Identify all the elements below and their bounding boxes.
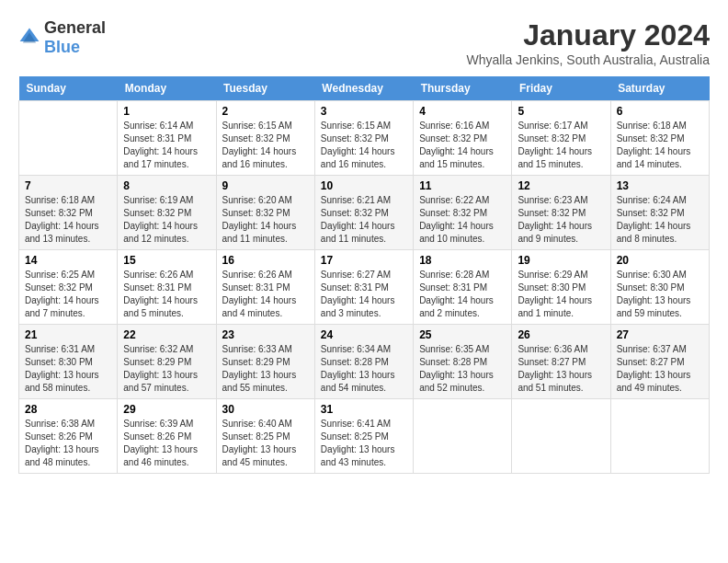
calendar-cell: 3Sunrise: 6:15 AMSunset: 8:32 PMDaylight… <box>314 101 413 176</box>
day-number: 26 <box>518 328 604 341</box>
day-number: 7 <box>25 179 111 192</box>
column-header-sunday: Sunday <box>19 76 118 101</box>
day-number: 5 <box>518 105 604 118</box>
day-number: 9 <box>222 179 309 192</box>
calendar-cell: 22Sunrise: 6:32 AMSunset: 8:29 PMDayligh… <box>118 325 216 399</box>
day-info: Sunrise: 6:30 AMSunset: 8:30 PMDaylight:… <box>617 269 703 320</box>
calendar-cell: 7Sunrise: 6:18 AMSunset: 8:32 PMDaylight… <box>19 176 118 250</box>
day-number: 17 <box>321 254 407 267</box>
day-info: Sunrise: 6:19 AMSunset: 8:32 PMDaylight:… <box>123 194 210 246</box>
calendar-cell <box>610 399 709 474</box>
day-info: Sunrise: 6:37 AMSunset: 8:27 PMDaylight:… <box>617 343 703 395</box>
week-row-5: 28Sunrise: 6:38 AMSunset: 8:26 PMDayligh… <box>19 399 710 474</box>
day-number: 30 <box>222 403 309 416</box>
calendar-cell: 26Sunrise: 6:36 AMSunset: 8:27 PMDayligh… <box>512 325 610 399</box>
day-number: 27 <box>617 328 703 341</box>
page-header: General Blue January 2024 Whyalla Jenkin… <box>18 18 710 67</box>
day-number: 2 <box>222 105 309 118</box>
day-info: Sunrise: 6:15 AMSunset: 8:32 PMDaylight:… <box>222 120 309 171</box>
calendar-cell: 12Sunrise: 6:23 AMSunset: 8:32 PMDayligh… <box>512 176 610 250</box>
day-info: Sunrise: 6:18 AMSunset: 8:32 PMDaylight:… <box>617 120 703 171</box>
day-info: Sunrise: 6:14 AMSunset: 8:31 PMDaylight:… <box>123 120 210 171</box>
week-row-2: 7Sunrise: 6:18 AMSunset: 8:32 PMDaylight… <box>19 176 710 250</box>
calendar-cell: 5Sunrise: 6:17 AMSunset: 8:32 PMDaylight… <box>512 101 610 176</box>
day-info: Sunrise: 6:31 AMSunset: 8:30 PMDaylight:… <box>25 343 111 395</box>
day-number: 8 <box>123 179 210 192</box>
week-row-4: 21Sunrise: 6:31 AMSunset: 8:30 PMDayligh… <box>19 325 710 399</box>
calendar-cell: 6Sunrise: 6:18 AMSunset: 8:32 PMDaylight… <box>610 101 709 176</box>
calendar-cell: 16Sunrise: 6:26 AMSunset: 8:31 PMDayligh… <box>216 250 314 325</box>
calendar-cell: 13Sunrise: 6:24 AMSunset: 8:32 PMDayligh… <box>610 176 709 250</box>
calendar-cell: 24Sunrise: 6:34 AMSunset: 8:28 PMDayligh… <box>314 325 413 399</box>
week-row-1: 1Sunrise: 6:14 AMSunset: 8:31 PMDaylight… <box>19 101 710 176</box>
calendar-cell: 17Sunrise: 6:27 AMSunset: 8:31 PMDayligh… <box>314 250 413 325</box>
day-number: 13 <box>617 179 703 192</box>
day-number: 21 <box>25 328 111 341</box>
calendar-cell: 25Sunrise: 6:35 AMSunset: 8:28 PMDayligh… <box>414 325 512 399</box>
day-info: Sunrise: 6:26 AMSunset: 8:31 PMDaylight:… <box>222 269 309 320</box>
day-info: Sunrise: 6:27 AMSunset: 8:31 PMDaylight:… <box>321 269 407 320</box>
subtitle: Whyalla Jenkins, South Australia, Austra… <box>466 52 710 67</box>
day-info: Sunrise: 6:28 AMSunset: 8:31 PMDaylight:… <box>419 269 506 320</box>
column-header-monday: Monday <box>118 76 216 101</box>
calendar-cell: 9Sunrise: 6:20 AMSunset: 8:32 PMDaylight… <box>216 176 314 250</box>
logo-text-blue: Blue <box>44 38 80 56</box>
calendar-cell: 15Sunrise: 6:26 AMSunset: 8:31 PMDayligh… <box>118 250 216 325</box>
day-number: 14 <box>25 254 111 267</box>
main-title: January 2024 <box>466 18 710 52</box>
day-number: 6 <box>617 105 703 118</box>
calendar-cell: 10Sunrise: 6:21 AMSunset: 8:32 PMDayligh… <box>314 176 413 250</box>
day-number: 28 <box>25 403 111 416</box>
day-info: Sunrise: 6:35 AMSunset: 8:28 PMDaylight:… <box>419 343 506 395</box>
column-header-saturday: Saturday <box>610 76 709 101</box>
calendar-cell: 31Sunrise: 6:41 AMSunset: 8:25 PMDayligh… <box>314 399 413 474</box>
day-info: Sunrise: 6:41 AMSunset: 8:25 PMDaylight:… <box>321 418 407 469</box>
day-info: Sunrise: 6:38 AMSunset: 8:26 PMDaylight:… <box>25 418 111 469</box>
day-info: Sunrise: 6:34 AMSunset: 8:28 PMDaylight:… <box>321 343 407 395</box>
calendar-cell: 19Sunrise: 6:29 AMSunset: 8:30 PMDayligh… <box>512 250 610 325</box>
calendar-cell: 23Sunrise: 6:33 AMSunset: 8:29 PMDayligh… <box>216 325 314 399</box>
calendar-cell: 11Sunrise: 6:22 AMSunset: 8:32 PMDayligh… <box>414 176 512 250</box>
calendar-cell: 8Sunrise: 6:19 AMSunset: 8:32 PMDaylight… <box>118 176 216 250</box>
day-number: 25 <box>419 328 506 341</box>
day-info: Sunrise: 6:16 AMSunset: 8:32 PMDaylight:… <box>419 120 506 171</box>
calendar-cell: 1Sunrise: 6:14 AMSunset: 8:31 PMDaylight… <box>118 101 216 176</box>
day-number: 3 <box>321 105 407 118</box>
calendar-cell: 14Sunrise: 6:25 AMSunset: 8:32 PMDayligh… <box>19 250 118 325</box>
day-info: Sunrise: 6:17 AMSunset: 8:32 PMDaylight:… <box>518 120 604 171</box>
calendar-cell: 18Sunrise: 6:28 AMSunset: 8:31 PMDayligh… <box>414 250 512 325</box>
day-info: Sunrise: 6:25 AMSunset: 8:32 PMDaylight:… <box>25 269 111 320</box>
logo-text-general: General <box>44 18 106 37</box>
day-info: Sunrise: 6:23 AMSunset: 8:32 PMDaylight:… <box>518 194 604 246</box>
day-number: 10 <box>321 179 407 192</box>
day-info: Sunrise: 6:15 AMSunset: 8:32 PMDaylight:… <box>321 120 407 171</box>
calendar-table: SundayMondayTuesdayWednesdayThursdayFrid… <box>18 76 710 474</box>
column-header-thursday: Thursday <box>414 76 512 101</box>
calendar-cell <box>512 399 610 474</box>
day-number: 29 <box>123 403 210 416</box>
day-info: Sunrise: 6:24 AMSunset: 8:32 PMDaylight:… <box>617 194 703 246</box>
calendar-cell: 30Sunrise: 6:40 AMSunset: 8:25 PMDayligh… <box>216 399 314 474</box>
day-number: 11 <box>419 179 506 192</box>
day-number: 31 <box>321 403 407 416</box>
day-number: 22 <box>123 328 210 341</box>
title-block: January 2024 Whyalla Jenkins, South Aust… <box>466 18 710 67</box>
day-info: Sunrise: 6:26 AMSunset: 8:31 PMDaylight:… <box>123 269 210 320</box>
day-info: Sunrise: 6:29 AMSunset: 8:30 PMDaylight:… <box>518 269 604 320</box>
day-info: Sunrise: 6:22 AMSunset: 8:32 PMDaylight:… <box>419 194 506 246</box>
day-info: Sunrise: 6:18 AMSunset: 8:32 PMDaylight:… <box>25 194 111 246</box>
day-number: 18 <box>419 254 506 267</box>
logo: General Blue <box>18 18 106 57</box>
header-row: SundayMondayTuesdayWednesdayThursdayFrid… <box>19 76 710 101</box>
column-header-friday: Friday <box>512 76 610 101</box>
calendar-cell <box>414 399 512 474</box>
day-number: 1 <box>123 105 210 118</box>
calendar-cell: 28Sunrise: 6:38 AMSunset: 8:26 PMDayligh… <box>19 399 118 474</box>
day-number: 19 <box>518 254 604 267</box>
day-number: 24 <box>321 328 407 341</box>
calendar-cell <box>19 101 118 176</box>
calendar-cell: 2Sunrise: 6:15 AMSunset: 8:32 PMDaylight… <box>216 101 314 176</box>
day-number: 20 <box>617 254 703 267</box>
day-number: 16 <box>222 254 309 267</box>
calendar-cell: 20Sunrise: 6:30 AMSunset: 8:30 PMDayligh… <box>610 250 709 325</box>
